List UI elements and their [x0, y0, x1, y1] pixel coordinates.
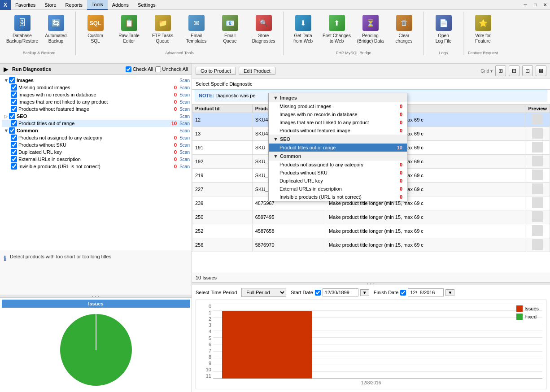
time-period-select[interactable]: Full Period	[241, 288, 286, 297]
db-backup-icon: 🗄	[13, 14, 31, 32]
menu-favorites[interactable]: Favorites	[11, 0, 40, 10]
missing-images-scan[interactable]: Scan	[179, 85, 190, 90]
seo-expand[interactable]: ▷	[4, 114, 9, 119]
email-queue-button[interactable]: 📧 EmailQueue	[213, 12, 247, 50]
seo-checkbox[interactable]	[9, 113, 15, 119]
get-data-button[interactable]: ⬇ Get Datafrom Web	[286, 12, 320, 50]
seo-scan[interactable]: Scan	[179, 114, 190, 119]
start-date-input[interactable]	[323, 288, 358, 296]
not-assigned-cb[interactable]	[11, 135, 17, 141]
products-no-image-cb[interactable]	[11, 106, 17, 112]
images-not-linked-cb[interactable]	[11, 99, 17, 105]
edit-product-button[interactable]: Edit Product	[239, 67, 275, 75]
dd-invisible[interactable]: Invisible products (URL is not correct) …	[269, 193, 407, 201]
minimize-button[interactable]: ─	[520, 0, 530, 10]
products-no-image-scan[interactable]: Scan	[179, 107, 190, 112]
dd-missing-images[interactable]: Missing product images 0	[269, 102, 407, 110]
get-data-label: Get Datafrom Web	[293, 33, 313, 44]
common-scan[interactable]: Scan	[179, 128, 190, 133]
table-row[interactable]: 252 4587658 Make product title longer (m…	[192, 224, 550, 238]
open-log-button[interactable]: 📄 OpenLog File	[427, 12, 460, 50]
pending-bridge-button[interactable]: ⏳ Pending(Bridge) Data	[354, 12, 387, 50]
grid-view-btn3[interactable]: ⊡	[522, 65, 533, 76]
uncheck-all-checkbox[interactable]	[155, 66, 161, 72]
start-date-checkbox[interactable]	[315, 290, 321, 296]
maximize-button[interactable]: □	[530, 0, 540, 10]
db-backup-button[interactable]: 🗄 DatabaseBackup/Restore	[5, 12, 39, 50]
menu-settings[interactable]: Settings	[133, 0, 160, 10]
missing-images-cb[interactable]	[11, 84, 17, 91]
table-row[interactable]: 250 6597495 Make product title longer (m…	[192, 210, 550, 224]
common-checkbox[interactable]	[9, 127, 15, 134]
check-all-checkbox[interactable]	[126, 66, 131, 72]
menu-store[interactable]: Store	[40, 0, 61, 10]
dd-images-no-records[interactable]: Images with no records in database 0	[269, 110, 407, 118]
legend-issues: Issues	[516, 305, 539, 312]
product-titles-cb[interactable]	[11, 120, 17, 126]
raw-table-icon: 📋	[120, 14, 138, 32]
dd-images-not-linked[interactable]: Images that are not linked to any produc…	[269, 118, 407, 126]
menu-addons[interactable]: Addons	[108, 0, 133, 10]
ext-urls-cb[interactable]	[11, 156, 17, 162]
products-no-image-label: Products without featured image	[18, 106, 168, 112]
email-templates-button[interactable]: ✉ EmailTemplates	[179, 12, 213, 50]
cell-product-id: 252	[192, 224, 253, 238]
email-templates-label: EmailTemplates	[186, 33, 207, 44]
dup-url-cb[interactable]	[11, 149, 17, 155]
dd-products-no-image[interactable]: Products without featured image 0	[269, 126, 407, 135]
images-scan[interactable]: Scan	[179, 78, 190, 83]
grid-view-btn1[interactable]: ⊞	[495, 65, 506, 76]
close-button[interactable]: ✕	[540, 0, 550, 10]
tree-item-product-titles[interactable]: Product titles out of range 10 Scan	[2, 120, 190, 127]
dd-common-header: ▼ Common	[269, 152, 407, 161]
product-titles-scan[interactable]: Scan	[179, 121, 190, 126]
dd-ext-urls[interactable]: External URLs in description 0	[269, 185, 407, 193]
ftp-tasks-button[interactable]: 📁 FTP TasksQueue	[146, 12, 179, 50]
vote-feature-button[interactable]: ⭐ Vote forFeature	[466, 12, 500, 50]
raw-table-button[interactable]: 📋 Raw TableEditor	[112, 12, 146, 50]
not-assigned-scan[interactable]: Scan	[179, 135, 190, 140]
auto-backup-button[interactable]: 🔄 AutomatedBackup	[39, 12, 73, 50]
table-row[interactable]: 256 5876970 Make product title longer (m…	[192, 238, 550, 252]
common-expand[interactable]: ▼	[4, 128, 9, 133]
pending-bridge-label: Pending(Bridge) Data	[357, 33, 384, 44]
cell-product-sku: 4587658	[252, 224, 326, 238]
images-expand[interactable]: ▼	[4, 78, 9, 83]
grid-view-btn4[interactable]: ⊠	[536, 65, 546, 76]
grid-view-btn2[interactable]: ⊟	[509, 65, 519, 76]
post-changes-button[interactable]: ⬆ Post Changesto Web	[320, 12, 354, 50]
dd-no-sku-count: 0	[393, 170, 402, 175]
menu-reports[interactable]: Reports	[61, 0, 87, 10]
not-assigned-label: Products not assigned to any category	[18, 135, 168, 140]
finish-date-input[interactable]	[408, 288, 444, 296]
menu-tools[interactable]: Tools	[87, 0, 108, 10]
store-diag-button[interactable]: 🔍 StoreDiagnostics	[247, 12, 280, 50]
invisible-scan[interactable]: Scan	[179, 164, 190, 169]
cell-preview	[525, 196, 550, 210]
ext-urls-scan[interactable]: Scan	[179, 157, 190, 162]
dd-product-titles[interactable]: Product titles out of range 10	[269, 144, 407, 152]
images-no-records-cb[interactable]	[11, 91, 17, 98]
dd-no-sku[interactable]: Products without SKU 0	[269, 169, 407, 177]
invisible-cb[interactable]	[11, 163, 17, 170]
note-text: Diagnostic was pe	[215, 93, 255, 98]
finish-date-field: Finish Date ▼	[374, 288, 455, 296]
select-diagnostic-label: Select Specific Diagnostic	[196, 81, 253, 87]
no-sku-cb[interactable]	[11, 142, 17, 148]
images-checkbox[interactable]	[9, 77, 15, 83]
custom-sql-button[interactable]: SQL CustomSQL	[79, 12, 112, 50]
no-sku-scan[interactable]: Scan	[179, 143, 190, 148]
goto-product-button[interactable]: Go to Product	[196, 67, 236, 75]
dup-url-scan[interactable]: Scan	[179, 150, 190, 155]
images-no-records-scan[interactable]: Scan	[179, 92, 190, 97]
images-not-linked-scan[interactable]: Scan	[179, 100, 190, 105]
start-date-picker[interactable]: ▼	[360, 289, 369, 296]
dd-dup-url[interactable]: Duplicated URL key 0	[269, 177, 407, 185]
dd-not-assigned[interactable]: Products not assigned to any category 0	[269, 161, 407, 169]
clear-changes-button[interactable]: 🗑 Clearchanges	[387, 12, 421, 50]
diagnostic-dropdown-overlay: ▼ Images Missing product images 0 Images…	[268, 93, 407, 201]
finish-date-picker[interactable]: ▼	[445, 289, 454, 296]
cell-product-id: 227	[192, 183, 253, 196]
finish-date-checkbox[interactable]	[400, 290, 406, 296]
custom-sql-label: CustomSQL	[87, 33, 103, 44]
